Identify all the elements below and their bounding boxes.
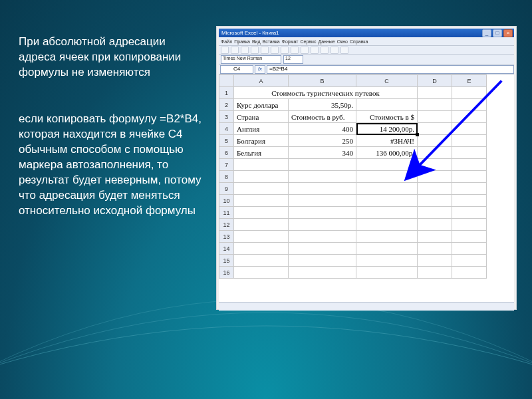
cell[interactable]: 35,50р. [289, 99, 356, 111]
col-header[interactable]: D [418, 75, 452, 87]
cell[interactable] [418, 123, 452, 135]
fx-button[interactable]: fx [255, 65, 265, 74]
cell[interactable] [234, 171, 289, 183]
row-header[interactable]: 2 [219, 99, 234, 111]
cell[interactable] [452, 147, 487, 159]
select-all-corner[interactable] [219, 75, 234, 87]
col-header[interactable]: A [234, 75, 289, 87]
row-header[interactable]: 11 [219, 207, 234, 219]
menu-item[interactable]: Окно [337, 39, 348, 44]
cell[interactable] [452, 111, 487, 123]
cell[interactable] [452, 183, 487, 195]
cell[interactable] [418, 231, 452, 243]
toolbar-button[interactable] [340, 47, 348, 54]
cell[interactable]: Страна [234, 111, 289, 123]
toolbar-button[interactable] [301, 47, 309, 54]
toolbar-button[interactable] [271, 47, 279, 54]
menu-item[interactable]: Справка [350, 39, 368, 44]
cell[interactable] [356, 207, 418, 219]
col-header[interactable]: E [452, 75, 487, 87]
maximize-button[interactable]: □ [493, 29, 502, 37]
row-header[interactable]: 13 [219, 231, 234, 243]
toolbar-button[interactable] [231, 47, 239, 54]
row-header[interactable]: 4 [219, 123, 234, 135]
sheet-tabs[interactable] [219, 302, 514, 311]
cell[interactable] [289, 267, 356, 279]
cell[interactable] [452, 231, 487, 243]
menu-item[interactable]: Правка [234, 39, 250, 44]
cell[interactable]: 250 [289, 135, 356, 147]
toolbar-button[interactable] [281, 47, 289, 54]
cell[interactable]: 340 [289, 147, 356, 159]
cell[interactable]: Стоимость в $ [356, 111, 418, 123]
cell[interactable] [418, 87, 452, 99]
cell[interactable] [289, 159, 356, 171]
cell[interactable] [452, 99, 487, 111]
cell[interactable] [289, 171, 356, 183]
cell[interactable]: Болгария [234, 135, 289, 147]
cell[interactable] [356, 219, 418, 231]
cell[interactable] [452, 87, 487, 99]
worksheet-grid[interactable]: A B C D E 1Стоимость туристических путев… [219, 74, 514, 302]
cell[interactable] [418, 183, 452, 195]
menu-item[interactable]: Вставка [263, 39, 280, 44]
cell[interactable]: Стоимость в руб. [289, 111, 356, 123]
cell[interactable]: Англия [234, 123, 289, 135]
cell[interactable]: Бельгия [234, 147, 289, 159]
cell[interactable] [356, 267, 418, 279]
row-header[interactable]: 15 [219, 255, 234, 267]
cell[interactable] [356, 159, 418, 171]
cell[interactable] [356, 99, 418, 111]
cell[interactable] [356, 243, 418, 255]
toolbar-button[interactable] [251, 47, 259, 54]
row-header[interactable]: 6 [219, 147, 234, 159]
menu-bar[interactable]: ФайлПравкаВидВставкаФорматСервисДанныеОк… [219, 37, 514, 46]
row-header[interactable]: 3 [219, 111, 234, 123]
cell[interactable] [356, 183, 418, 195]
title-cell[interactable]: Стоимость туристических путевок [234, 87, 418, 99]
menu-item[interactable]: Сервис [300, 39, 316, 44]
toolbar-button[interactable] [321, 47, 329, 54]
font-name-box[interactable]: Times New Roman [221, 55, 281, 64]
cell[interactable] [418, 243, 452, 255]
cell[interactable]: 400 [289, 123, 356, 135]
cell[interactable] [356, 255, 418, 267]
cell[interactable] [418, 219, 452, 231]
cell[interactable] [452, 123, 487, 135]
cell[interactable] [452, 219, 487, 231]
row-header[interactable]: 9 [219, 183, 234, 195]
formula-input[interactable]: =B2*B4 [267, 65, 514, 74]
cell[interactable] [234, 267, 289, 279]
cell[interactable] [418, 99, 452, 111]
cell[interactable] [418, 255, 452, 267]
cell[interactable] [418, 267, 452, 279]
cell[interactable]: 136 000,00р. [356, 147, 418, 159]
cell[interactable] [452, 207, 487, 219]
cell[interactable] [289, 243, 356, 255]
row-header[interactable]: 1 [219, 87, 234, 99]
cell[interactable] [234, 219, 289, 231]
row-header[interactable]: 5 [219, 135, 234, 147]
cell[interactable] [289, 207, 356, 219]
minimize-button[interactable]: _ [482, 29, 491, 37]
cell[interactable] [418, 171, 452, 183]
menu-item[interactable]: Вид [252, 39, 261, 44]
cell[interactable] [356, 195, 418, 207]
cell[interactable] [289, 231, 356, 243]
close-button[interactable]: × [503, 29, 513, 37]
col-header[interactable]: B [289, 75, 356, 87]
cell[interactable] [452, 195, 487, 207]
cell[interactable] [452, 243, 487, 255]
cell[interactable] [452, 171, 487, 183]
cell[interactable] [234, 255, 289, 267]
cell[interactable] [289, 183, 356, 195]
cell[interactable] [452, 267, 487, 279]
cell[interactable] [234, 231, 289, 243]
menu-item[interactable]: Данные [318, 39, 334, 44]
font-size-box[interactable]: 12 [283, 55, 303, 64]
cell[interactable]: #ЗНАЧ! [356, 135, 418, 147]
formatting-toolbar[interactable]: Times New Roman 12 [219, 55, 514, 65]
cell[interactable] [234, 243, 289, 255]
cell[interactable] [452, 135, 487, 147]
toolbar-button[interactable] [221, 47, 229, 54]
